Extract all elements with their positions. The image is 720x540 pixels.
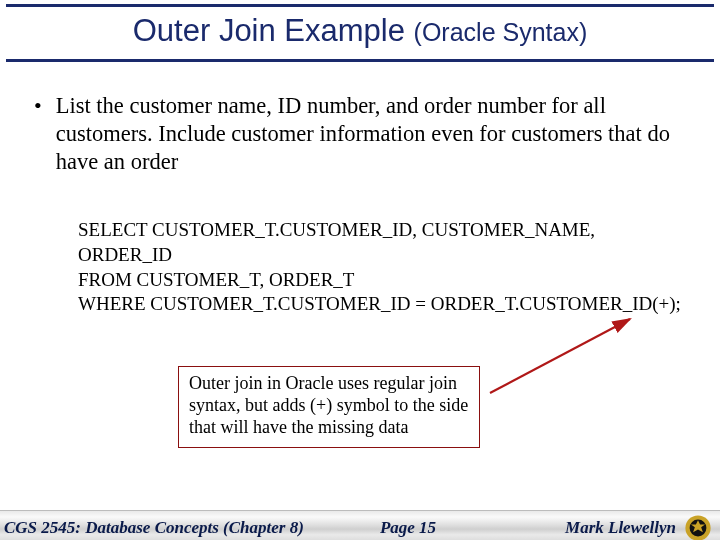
slide-body: • List the customer name, ID number, and…: [0, 62, 720, 317]
footer-page: Page 15: [380, 518, 436, 538]
sql-code-block: SELECT CUSTOMER_T.CUSTOMER_ID, CUSTOMER_…: [78, 218, 686, 317]
ucf-logo-icon: [684, 514, 712, 541]
slide-title-main: Outer Join Example: [133, 13, 414, 48]
bullet-marker: •: [34, 92, 42, 120]
arrow-icon: [480, 311, 650, 401]
bullet-item: • List the customer name, ID number, and…: [34, 92, 686, 176]
sql-line-2: FROM CUSTOMER_T, ORDER_T: [78, 268, 686, 293]
sql-line-1: SELECT CUSTOMER_T.CUSTOMER_ID, CUSTOMER_…: [78, 218, 686, 267]
footer-course: CGS 2545: Database Concepts (Chapter 8): [4, 518, 304, 538]
footer-bar: CGS 2545: Database Concepts (Chapter 8) …: [0, 510, 720, 540]
slide: Outer Join Example (Oracle Syntax) • Lis…: [0, 4, 720, 540]
slide-title-sub: (Oracle Syntax): [414, 18, 588, 46]
sql-line-3: WHERE CUSTOMER_T.CUSTOMER_ID = ORDER_T.C…: [78, 292, 686, 317]
bullet-text: List the customer name, ID number, and o…: [56, 92, 686, 176]
footer-author: Mark Llewellyn: [565, 518, 676, 538]
callout-box: Outer join in Oracle uses regular join s…: [178, 366, 480, 448]
title-bar: Outer Join Example (Oracle Syntax): [6, 4, 714, 62]
svg-line-0: [490, 319, 630, 393]
callout-text: Outer join in Oracle uses regular join s…: [189, 373, 468, 437]
